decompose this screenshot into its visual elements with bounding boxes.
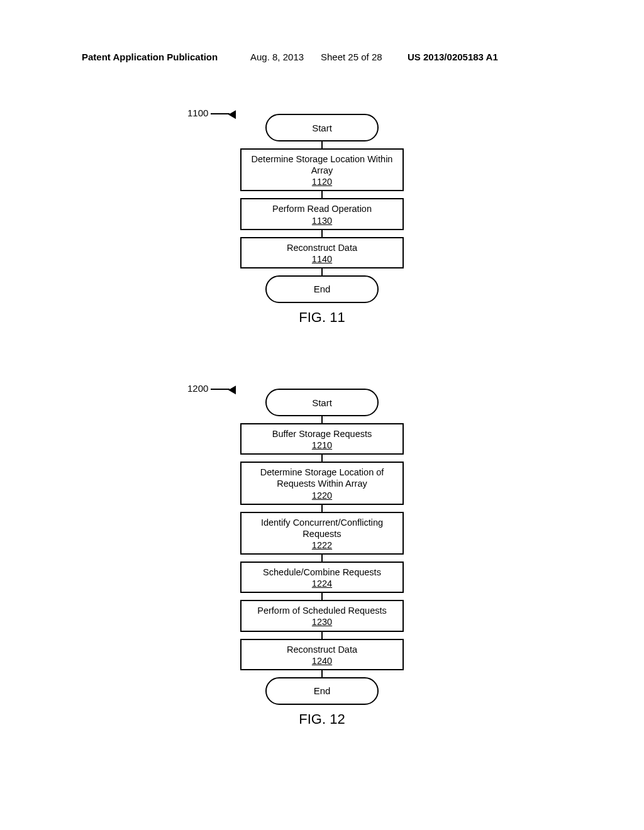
arrow-line — [211, 389, 230, 390]
process-ref: 1210 — [312, 440, 332, 451]
terminator-label: End — [314, 685, 331, 696]
process-text: Determine Storage Location of Requests W… — [243, 467, 401, 489]
header-docnum: US 2013/0205183 A1 — [408, 52, 498, 62]
process-box-1120: Determine Storage Location Within Array … — [240, 148, 404, 191]
arrow-line — [211, 113, 230, 114]
fig11-reference-number: 1100 — [187, 108, 208, 118]
connector — [321, 555, 323, 562]
process-box-1224: Schedule/Combine Requests 1224 — [240, 562, 404, 593]
terminator-end: End — [265, 677, 379, 705]
process-ref: 1220 — [312, 490, 332, 501]
process-ref: 1222 — [312, 540, 332, 551]
process-text: Reconstruct Data — [287, 644, 357, 655]
process-text: Perform Read Operation — [272, 203, 372, 214]
process-box-1140: Reconstruct Data 1140 — [240, 237, 404, 268]
process-text: Determine Storage Location Within Array — [243, 153, 401, 176]
connector — [321, 455, 323, 462]
connector — [321, 632, 323, 639]
header-date: Aug. 8, 2013 — [250, 52, 304, 62]
terminator-end: End — [265, 275, 379, 303]
connector — [321, 191, 323, 198]
process-text: Buffer Storage Requests — [272, 428, 372, 440]
process-box-1222: Identify Concurrent/Conflicting Requests… — [240, 512, 404, 555]
process-box-1220: Determine Storage Location of Requests W… — [240, 462, 404, 504]
process-ref: 1120 — [312, 176, 332, 187]
connector — [321, 505, 323, 512]
flowchart-fig12: Start Buffer Storage Requests 1210 Deter… — [240, 389, 404, 728]
process-ref: 1224 — [312, 578, 332, 589]
process-ref: 1240 — [312, 655, 332, 667]
process-text: Perform of Scheduled Requests — [257, 605, 387, 616]
process-text: Schedule/Combine Requests — [263, 567, 381, 578]
process-ref: 1140 — [312, 253, 332, 265]
process-box-1130: Perform Read Operation 1130 — [240, 198, 404, 230]
terminator-label: Start — [312, 397, 332, 408]
fig12-reference-number: 1200 — [187, 383, 208, 394]
process-text: Identify Concurrent/Conflicting Requests — [243, 517, 401, 540]
process-box-1240: Reconstruct Data 1240 — [240, 639, 404, 670]
connector — [321, 416, 323, 423]
terminator-start: Start — [265, 389, 379, 416]
figure-caption: FIG. 12 — [299, 711, 345, 728]
arrow-head-icon — [228, 110, 240, 121]
process-box-1230: Perform of Scheduled Requests 1230 — [240, 600, 404, 631]
terminator-label: Start — [312, 123, 332, 133]
connector — [321, 230, 323, 237]
process-ref: 1230 — [312, 616, 332, 628]
arrow-head-icon — [228, 385, 240, 396]
process-ref: 1130 — [312, 215, 332, 226]
header-publication: Patent Application Publication — [82, 52, 218, 62]
fig11-reference-arrow: 1100 — [187, 108, 238, 119]
terminator-label: End — [314, 284, 331, 294]
connector — [321, 268, 323, 275]
process-box-1210: Buffer Storage Requests 1210 — [240, 423, 404, 455]
connector — [321, 141, 323, 148]
fig12-reference-arrow: 1200 — [187, 384, 238, 395]
process-text: Reconstruct Data — [287, 242, 357, 253]
connector — [321, 670, 323, 677]
connector — [321, 593, 323, 600]
terminator-start: Start — [265, 114, 379, 141]
header-sheet: Sheet 25 of 28 — [321, 52, 382, 62]
figure-caption: FIG. 11 — [299, 309, 345, 326]
flowchart-fig11: Start Determine Storage Location Within … — [240, 114, 404, 326]
